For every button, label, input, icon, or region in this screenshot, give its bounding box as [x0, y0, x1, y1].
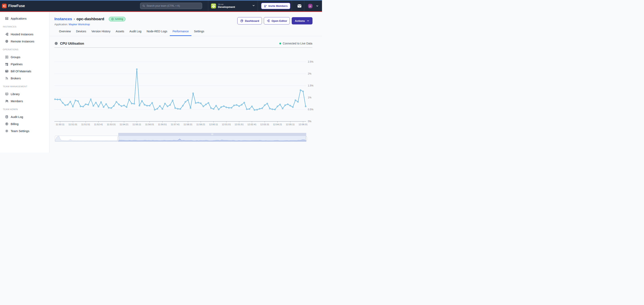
team-search[interactable] — [140, 3, 202, 9]
chart-zoom-slider[interactable] — [54, 132, 307, 143]
svg-text:11:52:41: 11:52:41 — [94, 123, 103, 126]
group-chip-icon — [5, 55, 8, 59]
sidebar-item-audit-log[interactable]: Audit Log — [0, 113, 49, 120]
svg-text:0%: 0% — [308, 120, 312, 123]
svg-text:11:50:11: 11:50:11 — [56, 123, 64, 126]
application-label: Application: — [54, 23, 68, 26]
team-picker[interactable]: TEAM: Development — [211, 0, 258, 11]
tab-settings[interactable]: Settings — [192, 28, 207, 36]
team-label: TEAM: — [218, 3, 235, 5]
sidebar-item-brokers[interactable]: Brokers — [0, 75, 49, 82]
svg-text:2.5%: 2.5% — [308, 60, 314, 63]
actions-button[interactable]: Actions — [292, 17, 312, 24]
pie-chart-icon — [240, 19, 243, 22]
sidebar-item-groups[interactable]: Groups — [0, 53, 49, 61]
tab-performance[interactable]: Performance — [170, 28, 191, 36]
breadcrumb-instances-link[interactable]: Instances — [54, 17, 72, 21]
mail-icon — [297, 4, 302, 8]
sidebar-item-billing[interactable]: Billing — [0, 120, 49, 127]
sidebar-item-members[interactable]: Members — [0, 98, 49, 105]
sidebar-item-pipelines[interactable]: Pipelines — [0, 61, 49, 68]
cpu-utilisation-chart[interactable]: 11:50:1111:51:0111:51:5111:52:4111:53:31… — [54, 49, 317, 128]
sidebar-item-label: Billing — [11, 122, 18, 126]
database-icon — [5, 115, 8, 119]
sidebar-item-label: Brokers — [11, 77, 21, 80]
invite-members-label: Invite Members — [268, 4, 288, 7]
svg-text:12:01:01: 12:01:01 — [222, 123, 231, 126]
tab-devices[interactable]: Devices — [73, 28, 89, 36]
svg-text:12:00:11: 12:00:11 — [209, 123, 218, 126]
application-link[interactable]: Mayker Workshop — [69, 23, 90, 26]
user-plus-icon — [264, 4, 267, 8]
actions-button-label: Actions — [295, 19, 305, 22]
navbar-divider — [304, 0, 304, 11]
sidebar: Applications INSTANCES Hosted Instances … — [0, 12, 50, 152]
tab-assets[interactable]: Assets — [113, 28, 127, 36]
tab-audit-log[interactable]: Audit Log — [127, 28, 144, 36]
sidebar-item-bill-of-materials[interactable]: Bill Of Materials — [0, 68, 49, 75]
sidebar-item-remote-instances[interactable]: Remote Instances — [0, 38, 49, 45]
fork-icon — [5, 32, 8, 36]
flowfuse-logo-icon — [2, 4, 7, 8]
svg-text:12:04:21: 12:04:21 — [273, 123, 282, 126]
svg-text:12:02:41: 12:02:41 — [248, 123, 256, 126]
dashboard-button[interactable]: Dashboard — [237, 17, 262, 24]
flowfuse-logo[interactable]: FlowFuse — [2, 0, 25, 11]
svg-text:11:59:21: 11:59:21 — [196, 123, 205, 126]
sidebar-item-library[interactable]: Library — [0, 90, 49, 98]
navbar-divider — [292, 0, 292, 11]
invite-members-button[interactable]: Invite Members — [261, 3, 290, 9]
sidebar-item-label: Audit Log — [11, 115, 23, 119]
section-divider — [54, 47, 312, 48]
zoom-handle-right[interactable] — [306, 137, 307, 141]
gear-icon — [5, 129, 8, 133]
cpu-chip-icon — [54, 42, 58, 45]
svg-text:0.5%: 0.5% — [308, 108, 314, 111]
sidebar-item-label: Hosted Instances — [11, 33, 33, 36]
zoom-handle-left[interactable] — [118, 137, 119, 141]
brand-name: FlowFuse — [8, 4, 25, 8]
status-badge: running — [109, 17, 126, 21]
svg-text:2%: 2% — [308, 72, 312, 75]
play-circle-icon — [111, 18, 114, 20]
sidebar-section-operations: OPERATIONS — [0, 48, 49, 51]
sidebar-section-instances: INSTANCES — [0, 25, 49, 28]
live-data-status: Connected to Live Data — [279, 42, 312, 45]
svg-text:1.5%: 1.5% — [308, 84, 314, 87]
status-badge-label: running — [115, 17, 123, 20]
dashboard-button-label: Dashboard — [245, 19, 259, 22]
sidebar-item-label: Groups — [11, 55, 20, 59]
breadcrumb-separator-icon: › — [74, 17, 75, 21]
svg-text:12:06:01: 12:06:01 — [298, 123, 308, 126]
svg-text:11:57:41: 11:57:41 — [171, 123, 180, 126]
search-input[interactable] — [146, 4, 200, 7]
tab-node-red-logs[interactable]: Node-RED Logs — [144, 28, 170, 36]
sidebar-section-team-management: TEAM MANAGEMENT — [0, 85, 49, 88]
sidebar-item-label: Team Settings — [11, 129, 29, 133]
rss-icon — [5, 76, 8, 80]
svg-text:11:58:31: 11:58:31 — [184, 123, 192, 126]
applications-icon — [5, 17, 8, 20]
svg-text:11:53:31: 11:53:31 — [107, 123, 116, 126]
svg-text:12:01:51: 12:01:51 — [235, 123, 244, 126]
svg-text:1%: 1% — [308, 96, 312, 99]
accent-strip-top — [0, 0, 322, 0]
sidebar-item-label: Members — [11, 100, 23, 103]
sidebar-item-label: Remote Instances — [11, 40, 34, 43]
section-title: CPU Utilisation — [60, 42, 84, 45]
tab-overview[interactable]: Overview — [56, 28, 73, 36]
sidebar-item-hosted-instances[interactable]: Hosted Instances — [0, 31, 49, 38]
instance-tabs: Overview Devices Version History Assets … — [50, 28, 322, 36]
sidebar-item-applications[interactable]: Applications — [0, 15, 49, 22]
svg-text:11:56:01: 11:56:01 — [145, 123, 154, 126]
notifications-button[interactable] — [295, 0, 304, 11]
team-avatar — [211, 3, 216, 8]
sidebar-item-label: Library — [11, 92, 20, 96]
svg-text:12:03:31: 12:03:31 — [260, 123, 269, 126]
open-editor-button[interactable]: Open Editor — [264, 17, 290, 24]
sidebar-section-team-admin: TEAM ADMIN — [0, 108, 49, 110]
sidebar-item-team-settings[interactable]: Team Settings — [0, 127, 49, 135]
book-open-icon — [5, 92, 8, 96]
user-menu[interactable]: jp — [308, 0, 319, 11]
tab-version-history[interactable]: Version History — [89, 28, 113, 36]
